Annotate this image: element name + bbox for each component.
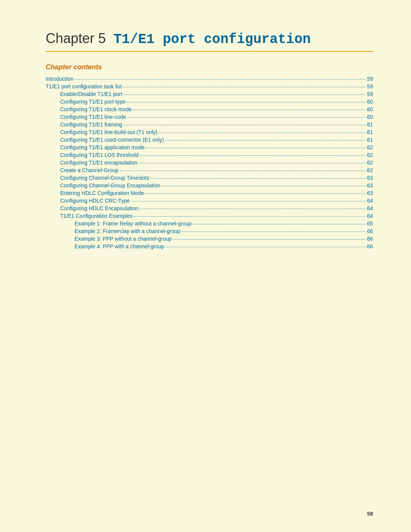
toc-entry-dots <box>131 201 366 201</box>
toc-entry-text: Configuring T1/E1 encapsulation <box>60 160 137 166</box>
toc-entry-text: Configuring T1/E1 application mode <box>60 144 145 150</box>
toc-entry-page: 59 <box>367 76 373 82</box>
toc-entry-page: 62 <box>367 167 373 173</box>
toc-entry-dots <box>161 186 366 186</box>
toc-entry: Configuring T1/E1 application mode62 <box>46 144 373 150</box>
toc-entry-page: 62 <box>367 152 373 158</box>
toc-entry: Configuring HDLC Encapsulation64 <box>46 205 373 211</box>
toc-entry-dots <box>123 87 366 87</box>
toc-entry-text: T1/E1 port configuration task list <box>46 83 122 89</box>
toc-entry-dots <box>165 140 366 141</box>
toc-entry-page: 65 <box>367 220 373 227</box>
toc-entry-text: Configuring T1/E1 port-type <box>60 99 126 105</box>
chapter-title-text: T1/E1 port configuration <box>113 32 311 47</box>
toc-entry: Configuring T1/E1 clock-mode60 <box>46 106 373 112</box>
chapter-prefix: Chapter 5 <box>46 30 106 46</box>
toc-entry-text: Example 4: PPP with a channel-group <box>75 243 164 249</box>
toc-entry-text: Configuring T1/E1 framing <box>60 121 122 128</box>
toc-entry-page: 64 <box>367 205 373 211</box>
toc-entry-page: 60 <box>367 114 373 120</box>
toc-entry-text: Configuring Channel-Group Encapsulation <box>60 182 160 189</box>
chapter-contents-heading: Chapter contents <box>46 63 373 71</box>
toc-entry-page: 61 <box>367 129 373 135</box>
toc-entry: Configuring T1/E1 line-code60 <box>46 114 373 120</box>
toc-entry: T1/E1 Configuration Examples64 <box>46 213 373 219</box>
page-number: 58 <box>367 511 373 517</box>
toc-container: Introduction59T1/E1 port configuration t… <box>46 76 373 249</box>
toc-entry-text: Entering HDLC Configuration Mode <box>60 190 144 196</box>
toc-entry-dots <box>127 117 366 118</box>
page: Chapter 5 T1/E1 port configuration Chapt… <box>0 0 411 532</box>
toc-entry-text: Example 1: Frame Relay without a channel… <box>75 220 191 227</box>
toc-entry-dots <box>139 209 366 209</box>
toc-entry: Configuring T1/E1 line-build-out (T1 onl… <box>46 129 373 135</box>
toc-entry-dots <box>134 216 366 217</box>
toc-entry: Configuring Channel-Group Timeslots63 <box>46 175 373 181</box>
toc-entry-dots <box>145 193 366 194</box>
toc-entry: Configuring T1/E1 port-type60 <box>46 99 373 105</box>
toc-entry-dots <box>75 79 366 80</box>
toc-entry-text: Example 2: Framerclay with a channel-gro… <box>75 228 180 234</box>
toc-entry-text: Create a Channel-Group <box>60 167 118 173</box>
toc-entry-text: Configuring T1/E1 used-connector (E1 onl… <box>60 137 164 143</box>
toc-entry-page: 63 <box>367 190 373 196</box>
toc-entry: Configuring HDLC CRC-Type64 <box>46 198 373 204</box>
toc-entry-dots <box>193 224 366 224</box>
toc-entry-page: 59 <box>367 91 373 97</box>
toc-entry-page: 63 <box>367 182 373 189</box>
toc-entry: Entering HDLC Configuration Mode63 <box>46 190 373 196</box>
toc-entry-page: 61 <box>367 137 373 143</box>
toc-entry-text: Configuring T1/E1 line-code <box>60 114 126 120</box>
toc-entry-text: Configuring Channel-Group Timeslots <box>60 175 149 181</box>
toc-entry-dots <box>119 171 366 171</box>
toc-entry-page: 59 <box>367 83 373 89</box>
toc-entry-dots <box>159 133 366 133</box>
toc-entry-text: T1/E1 Configuration Examples <box>60 213 132 219</box>
chapter-title: Chapter 5 T1/E1 port configuration <box>46 30 373 47</box>
toc-entry-text: Configuring HDLC Encapsulation <box>60 205 138 211</box>
toc-entry-text: Configuring HDLC CRC-Type <box>60 198 130 204</box>
toc-entry-page: 60 <box>367 106 373 112</box>
toc-entry-text: Introduction <box>46 76 73 82</box>
toc-entry-dots <box>127 102 366 102</box>
toc-entry: Example 2: Framerclay with a channel-gro… <box>46 228 373 234</box>
toc-entry-dots <box>123 94 366 95</box>
toc-entry-text: Configuring T1/E1 clock-mode <box>60 106 132 112</box>
toc-entry: Example 3: PPP without a channel-group66 <box>46 236 373 242</box>
toc-entry-page: 63 <box>367 175 373 181</box>
toc-entry-page: 66 <box>367 228 373 234</box>
toc-entry-dots <box>146 148 366 148</box>
toc-entry-dots <box>166 247 366 247</box>
toc-entry-text: Enable/Disable T1/E1 port <box>60 91 122 97</box>
toc-entry-page: 61 <box>367 121 373 128</box>
toc-entry-text: Configuring T1/E1 LOS threshold <box>60 152 139 158</box>
toc-entry-page: 66 <box>367 236 373 242</box>
toc-entry: Example 1: Frame Relay without a channel… <box>46 220 373 227</box>
toc-entry: Configuring T1/E1 used-connector (E1 onl… <box>46 137 373 143</box>
toc-entry-text: Example 3: PPP without a channel-group <box>75 236 172 242</box>
toc-entry: Example 4: PPP with a channel-group66 <box>46 243 373 249</box>
toc-entry: Configuring T1/E1 encapsulation62 <box>46 160 373 166</box>
toc-entry-dots <box>133 110 366 110</box>
toc-entry-dots <box>150 178 366 179</box>
toc-entry-dots <box>123 125 366 125</box>
chapter-header: Chapter 5 T1/E1 port configuration <box>46 30 373 52</box>
toc-entry-text: Configuring T1/E1 line-build-out (T1 onl… <box>60 129 158 135</box>
toc-entry: T1/E1 port configuration task list59 <box>46 83 373 89</box>
toc-entry-page: 66 <box>367 243 373 249</box>
toc-entry: Configuring T1/E1 framing61 <box>46 121 373 128</box>
toc-entry-page: 60 <box>367 99 373 105</box>
toc-entry-dots <box>182 232 366 232</box>
toc-entry: Enable/Disable T1/E1 port59 <box>46 91 373 97</box>
toc-entry-page: 64 <box>367 198 373 204</box>
toc-entry: Create a Channel-Group62 <box>46 167 373 173</box>
toc-entry-page: 62 <box>367 144 373 150</box>
toc-entry-dots <box>139 163 366 163</box>
toc-entry-page: 62 <box>367 160 373 166</box>
chapter-contents-section: Chapter contents Introduction59T1/E1 por… <box>46 63 373 249</box>
toc-entry-dots <box>140 155 366 156</box>
toc-entry-page: 64 <box>367 213 373 219</box>
toc-entry: Configuring Channel-Group Encapsulation6… <box>46 182 373 189</box>
toc-entry-dots <box>173 239 366 240</box>
toc-entry: Configuring T1/E1 LOS threshold62 <box>46 152 373 158</box>
